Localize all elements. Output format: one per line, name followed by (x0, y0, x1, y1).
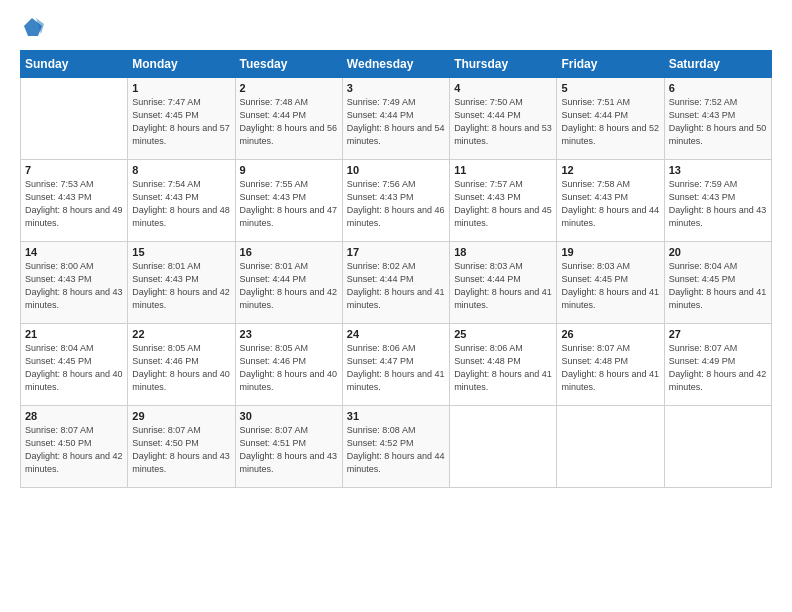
calendar-cell (664, 406, 771, 488)
day-info: Sunrise: 7:54 AMSunset: 4:43 PMDaylight:… (132, 178, 230, 230)
day-number: 30 (240, 410, 338, 422)
calendar-cell: 14Sunrise: 8:00 AMSunset: 4:43 PMDayligh… (21, 242, 128, 324)
day-info: Sunrise: 7:58 AMSunset: 4:43 PMDaylight:… (561, 178, 659, 230)
day-number: 25 (454, 328, 552, 340)
day-number: 17 (347, 246, 445, 258)
day-info: Sunrise: 8:03 AMSunset: 4:44 PMDaylight:… (454, 260, 552, 312)
logo-icon (22, 16, 44, 38)
calendar-week-4: 28Sunrise: 8:07 AMSunset: 4:50 PMDayligh… (21, 406, 772, 488)
calendar-cell: 23Sunrise: 8:05 AMSunset: 4:46 PMDayligh… (235, 324, 342, 406)
day-number: 15 (132, 246, 230, 258)
calendar-cell: 1Sunrise: 7:47 AMSunset: 4:45 PMDaylight… (128, 78, 235, 160)
weekday-header-tuesday: Tuesday (235, 51, 342, 78)
day-number: 21 (25, 328, 123, 340)
day-info: Sunrise: 8:01 AMSunset: 4:43 PMDaylight:… (132, 260, 230, 312)
day-info: Sunrise: 7:56 AMSunset: 4:43 PMDaylight:… (347, 178, 445, 230)
day-info: Sunrise: 8:07 AMSunset: 4:50 PMDaylight:… (25, 424, 123, 476)
calendar-cell: 8Sunrise: 7:54 AMSunset: 4:43 PMDaylight… (128, 160, 235, 242)
day-number: 20 (669, 246, 767, 258)
day-info: Sunrise: 7:49 AMSunset: 4:44 PMDaylight:… (347, 96, 445, 148)
calendar-cell: 7Sunrise: 7:53 AMSunset: 4:43 PMDaylight… (21, 160, 128, 242)
calendar-cell: 9Sunrise: 7:55 AMSunset: 4:43 PMDaylight… (235, 160, 342, 242)
weekday-header-friday: Friday (557, 51, 664, 78)
calendar-container: SundayMondayTuesdayWednesdayThursdayFrid… (0, 0, 792, 500)
day-number: 6 (669, 82, 767, 94)
day-info: Sunrise: 8:07 AMSunset: 4:50 PMDaylight:… (132, 424, 230, 476)
day-info: Sunrise: 8:04 AMSunset: 4:45 PMDaylight:… (669, 260, 767, 312)
calendar-cell: 21Sunrise: 8:04 AMSunset: 4:45 PMDayligh… (21, 324, 128, 406)
calendar-week-2: 14Sunrise: 8:00 AMSunset: 4:43 PMDayligh… (21, 242, 772, 324)
day-info: Sunrise: 8:07 AMSunset: 4:49 PMDaylight:… (669, 342, 767, 394)
calendar-cell: 20Sunrise: 8:04 AMSunset: 4:45 PMDayligh… (664, 242, 771, 324)
day-number: 14 (25, 246, 123, 258)
calendar-cell: 25Sunrise: 8:06 AMSunset: 4:48 PMDayligh… (450, 324, 557, 406)
calendar-cell: 10Sunrise: 7:56 AMSunset: 4:43 PMDayligh… (342, 160, 449, 242)
day-info: Sunrise: 8:07 AMSunset: 4:48 PMDaylight:… (561, 342, 659, 394)
day-number: 28 (25, 410, 123, 422)
header (20, 16, 772, 38)
day-info: Sunrise: 7:47 AMSunset: 4:45 PMDaylight:… (132, 96, 230, 148)
calendar-cell: 28Sunrise: 8:07 AMSunset: 4:50 PMDayligh… (21, 406, 128, 488)
day-info: Sunrise: 7:59 AMSunset: 4:43 PMDaylight:… (669, 178, 767, 230)
calendar-cell: 17Sunrise: 8:02 AMSunset: 4:44 PMDayligh… (342, 242, 449, 324)
day-number: 18 (454, 246, 552, 258)
day-number: 10 (347, 164, 445, 176)
weekday-header-row: SundayMondayTuesdayWednesdayThursdayFrid… (21, 51, 772, 78)
calendar-cell: 3Sunrise: 7:49 AMSunset: 4:44 PMDaylight… (342, 78, 449, 160)
day-number: 19 (561, 246, 659, 258)
day-number: 9 (240, 164, 338, 176)
calendar-cell: 29Sunrise: 8:07 AMSunset: 4:50 PMDayligh… (128, 406, 235, 488)
calendar-cell: 2Sunrise: 7:48 AMSunset: 4:44 PMDaylight… (235, 78, 342, 160)
day-number: 24 (347, 328, 445, 340)
day-info: Sunrise: 7:57 AMSunset: 4:43 PMDaylight:… (454, 178, 552, 230)
day-info: Sunrise: 8:06 AMSunset: 4:48 PMDaylight:… (454, 342, 552, 394)
day-info: Sunrise: 7:53 AMSunset: 4:43 PMDaylight:… (25, 178, 123, 230)
day-info: Sunrise: 7:52 AMSunset: 4:43 PMDaylight:… (669, 96, 767, 148)
calendar-week-3: 21Sunrise: 8:04 AMSunset: 4:45 PMDayligh… (21, 324, 772, 406)
calendar-cell: 5Sunrise: 7:51 AMSunset: 4:44 PMDaylight… (557, 78, 664, 160)
day-info: Sunrise: 7:50 AMSunset: 4:44 PMDaylight:… (454, 96, 552, 148)
day-number: 16 (240, 246, 338, 258)
day-info: Sunrise: 8:00 AMSunset: 4:43 PMDaylight:… (25, 260, 123, 312)
day-info: Sunrise: 7:48 AMSunset: 4:44 PMDaylight:… (240, 96, 338, 148)
day-info: Sunrise: 8:08 AMSunset: 4:52 PMDaylight:… (347, 424, 445, 476)
calendar-cell: 6Sunrise: 7:52 AMSunset: 4:43 PMDaylight… (664, 78, 771, 160)
weekday-header-saturday: Saturday (664, 51, 771, 78)
calendar-cell (450, 406, 557, 488)
day-info: Sunrise: 8:01 AMSunset: 4:44 PMDaylight:… (240, 260, 338, 312)
day-number: 22 (132, 328, 230, 340)
day-number: 2 (240, 82, 338, 94)
calendar-cell: 16Sunrise: 8:01 AMSunset: 4:44 PMDayligh… (235, 242, 342, 324)
weekday-header-monday: Monday (128, 51, 235, 78)
day-info: Sunrise: 8:03 AMSunset: 4:45 PMDaylight:… (561, 260, 659, 312)
day-info: Sunrise: 7:55 AMSunset: 4:43 PMDaylight:… (240, 178, 338, 230)
calendar-cell: 18Sunrise: 8:03 AMSunset: 4:44 PMDayligh… (450, 242, 557, 324)
day-number: 8 (132, 164, 230, 176)
calendar-cell: 30Sunrise: 8:07 AMSunset: 4:51 PMDayligh… (235, 406, 342, 488)
calendar-week-1: 7Sunrise: 7:53 AMSunset: 4:43 PMDaylight… (21, 160, 772, 242)
calendar-cell: 12Sunrise: 7:58 AMSunset: 4:43 PMDayligh… (557, 160, 664, 242)
calendar-cell (21, 78, 128, 160)
day-number: 13 (669, 164, 767, 176)
calendar-cell: 19Sunrise: 8:03 AMSunset: 4:45 PMDayligh… (557, 242, 664, 324)
day-number: 3 (347, 82, 445, 94)
day-info: Sunrise: 8:02 AMSunset: 4:44 PMDaylight:… (347, 260, 445, 312)
day-number: 27 (669, 328, 767, 340)
calendar-week-0: 1Sunrise: 7:47 AMSunset: 4:45 PMDaylight… (21, 78, 772, 160)
day-number: 11 (454, 164, 552, 176)
day-info: Sunrise: 7:51 AMSunset: 4:44 PMDaylight:… (561, 96, 659, 148)
calendar-cell: 27Sunrise: 8:07 AMSunset: 4:49 PMDayligh… (664, 324, 771, 406)
calendar-cell: 15Sunrise: 8:01 AMSunset: 4:43 PMDayligh… (128, 242, 235, 324)
calendar-cell: 26Sunrise: 8:07 AMSunset: 4:48 PMDayligh… (557, 324, 664, 406)
day-info: Sunrise: 8:05 AMSunset: 4:46 PMDaylight:… (132, 342, 230, 394)
day-number: 12 (561, 164, 659, 176)
day-info: Sunrise: 8:06 AMSunset: 4:47 PMDaylight:… (347, 342, 445, 394)
calendar-cell: 11Sunrise: 7:57 AMSunset: 4:43 PMDayligh… (450, 160, 557, 242)
calendar-cell: 22Sunrise: 8:05 AMSunset: 4:46 PMDayligh… (128, 324, 235, 406)
day-info: Sunrise: 8:05 AMSunset: 4:46 PMDaylight:… (240, 342, 338, 394)
weekday-header-wednesday: Wednesday (342, 51, 449, 78)
day-number: 31 (347, 410, 445, 422)
day-info: Sunrise: 8:07 AMSunset: 4:51 PMDaylight:… (240, 424, 338, 476)
day-number: 7 (25, 164, 123, 176)
day-number: 23 (240, 328, 338, 340)
